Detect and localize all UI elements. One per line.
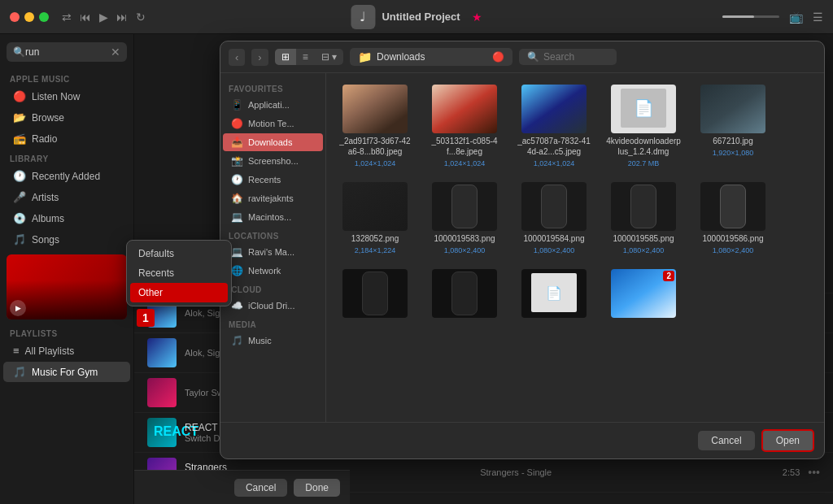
playlist-cancel-button[interactable]: Cancel [234, 479, 287, 497]
forward-button[interactable]: › [251, 49, 268, 66]
list-item[interactable]: 📄 4kvideodownloaderplus_1.2.4.dmg 202.7 … [603, 81, 684, 171]
list-item[interactable]: _2ad91f73-3d67-42a6-8...b80.jpeg 1,024×1… [334, 81, 416, 171]
list-item[interactable]: 2 [603, 266, 684, 324]
thumb-image [362, 272, 388, 315]
file-thumbnail [700, 85, 765, 133]
volume-fill [722, 15, 754, 18]
list-item[interactable]: 1000019583.png 1,080×2,400 [424, 179, 505, 258]
list-item[interactable]: 1000019585.png 1,080×2,400 [603, 179, 684, 258]
search-bar[interactable]: 🔍 ✕ [7, 42, 127, 62]
fp-sidebar-music[interactable]: 🎵 Music [223, 332, 323, 350]
file-search-input[interactable] [543, 51, 608, 63]
volume-slider[interactable] [722, 15, 779, 18]
home-icon: 🏠 [231, 193, 243, 204]
fp-sidebar-home[interactable]: 🏠 ravitejaknts [223, 189, 323, 207]
location-bar[interactable]: 📁 Downloads 🔴 [350, 48, 512, 66]
list-item[interactable]: 1328052.png 2,184×1,224 [334, 179, 416, 258]
fp-sidebar-applications[interactable]: 📱 Applicati... [223, 96, 323, 114]
list-item[interactable]: 667210.jpg 1,920×1,080 [692, 81, 774, 171]
thumb-image [432, 85, 497, 133]
open-button[interactable]: Open [761, 429, 814, 452]
thumb-image: 📄 [621, 89, 666, 128]
file-size: 1,080×2,400 [444, 246, 485, 254]
media-label: Media [220, 315, 325, 331]
file-picker-footer: Cancel Open [220, 422, 824, 458]
grid-view-button[interactable]: ⊞ [275, 49, 296, 65]
sidebar-item-label: Songs [32, 234, 59, 245]
sidebar-item-listen-now[interactable]: 🔴 Listen Now [3, 86, 130, 106]
prev-icon[interactable]: ⏮ [80, 11, 91, 24]
sidebar-item-label: Listen Now [32, 91, 80, 102]
fp-sidebar-recents[interactable]: 🕐 Recents [223, 171, 323, 189]
mac-icon: 💻 [231, 211, 243, 223]
list-item[interactable]: 📄 [513, 266, 595, 324]
thumb-image [630, 185, 656, 228]
play-icon[interactable]: ▶ [99, 11, 108, 24]
sidebar-item-albums[interactable]: 💿 Albums [3, 208, 130, 228]
sidebar-item-label: Artists [32, 192, 59, 203]
fp-sidebar-label: Recents [248, 175, 281, 185]
downloads-icon: 📥 [231, 137, 243, 148]
more-options-icon[interactable]: ••• [808, 466, 820, 479]
dropdown-other[interactable]: Other [130, 283, 228, 302]
fp-sidebar-label: Network [248, 266, 281, 276]
cancel-button[interactable]: Cancel [698, 431, 754, 450]
thumb-image: 📄 [531, 273, 577, 312]
sidebar-item-radio[interactable]: 📻 Radio [3, 128, 130, 149]
dropdown-defaults[interactable]: Defaults [127, 244, 231, 263]
file-search[interactable]: 🔍 [519, 49, 617, 65]
list-view-button[interactable]: ≡ [296, 49, 315, 65]
file-thumbnail [700, 182, 765, 231]
menu-icon[interactable]: ☰ [813, 11, 823, 24]
sidebar-item-music-for-gym[interactable]: 🎵 Music For Gym [3, 362, 130, 382]
sidebar-item-all-playlists[interactable]: ≡ All Playlists [3, 341, 130, 361]
minimize-button[interactable] [24, 12, 34, 22]
list-item[interactable] [334, 266, 416, 324]
sidebar-item-recently-added[interactable]: 🕐 Recently Added [3, 166, 130, 186]
maximize-button[interactable] [39, 12, 49, 22]
list-item[interactable]: 1000019586.png 1,080×2,400 [692, 179, 774, 258]
sidebar-item-browse[interactable]: 📂 Browse [3, 107, 130, 128]
next-icon[interactable]: ⏭ [116, 11, 128, 24]
defaults-dropdown: Defaults Recents Other [126, 240, 232, 306]
fp-sidebar-mac[interactable]: 💻 Macintos... [223, 208, 323, 226]
chevron-icon: 🔴 [492, 51, 504, 63]
sidebar-item-songs[interactable]: 🎵 Songs [3, 229, 130, 250]
fp-sidebar-ravi-mac[interactable]: 💻 Ravi's Ma... [223, 243, 323, 261]
thumb-image [342, 85, 408, 133]
star-icon[interactable]: ★ [472, 11, 482, 24]
fp-sidebar-motion[interactable]: 🔴 Motion Te... [223, 115, 323, 133]
thumb-play-button[interactable]: ▶ [10, 300, 26, 316]
listen-now-icon: 🔴 [13, 90, 26, 102]
search-icon: 🔍 [527, 51, 539, 63]
file-name: 1000019583.png [434, 233, 495, 244]
fp-sidebar-label: Screensho... [248, 156, 299, 166]
favourites-label: Favourites [220, 80, 325, 95]
column-view-button[interactable]: ⊟ ▾ [315, 49, 343, 65]
fp-sidebar-icloud[interactable]: ☁️ iCloud Dri... [223, 297, 323, 315]
dropdown-recents[interactable]: Recents [127, 263, 231, 283]
list-item[interactable]: 1000019584.png 1,080×2,400 [513, 179, 595, 258]
fp-sidebar-downloads[interactable]: 📥 Downloads [223, 133, 323, 151]
library-section-label: Library [0, 150, 133, 165]
list-item[interactable]: _ac57087a-7832-414d-a2...c5.jpeg 1,024×1… [513, 81, 595, 171]
fp-sidebar-screenshots[interactable]: 📸 Screensho... [223, 152, 323, 170]
search-input[interactable] [25, 46, 111, 58]
clear-search-icon[interactable]: ✕ [111, 46, 120, 59]
file-name: 667210.jpg [713, 136, 753, 146]
thumb-image [451, 272, 478, 315]
shuffle-icon[interactable]: ⇄ [62, 11, 72, 24]
list-item[interactable]: _503132f1-c085-4f...8e.jpeg 1,024×1,024 [424, 81, 505, 171]
file-size: 2,184×1,224 [355, 246, 395, 254]
sidebar-item-artists[interactable]: 🎤 Artists [3, 187, 130, 207]
fp-sidebar-network[interactable]: 🌐 Network [223, 262, 323, 280]
back-button[interactable]: ‹ [229, 49, 245, 66]
file-thumbnail [342, 269, 408, 318]
repeat-icon[interactable]: ↻ [136, 11, 146, 24]
close-button[interactable] [10, 12, 20, 22]
airplay-icon[interactable]: 📺 [789, 11, 803, 24]
app-title-area: ♩ Untitled Project ★ [351, 5, 482, 29]
list-item[interactable] [424, 266, 505, 324]
thumbnail-overlay: ▶ [7, 254, 127, 319]
playlist-done-button[interactable]: Done [294, 479, 340, 497]
